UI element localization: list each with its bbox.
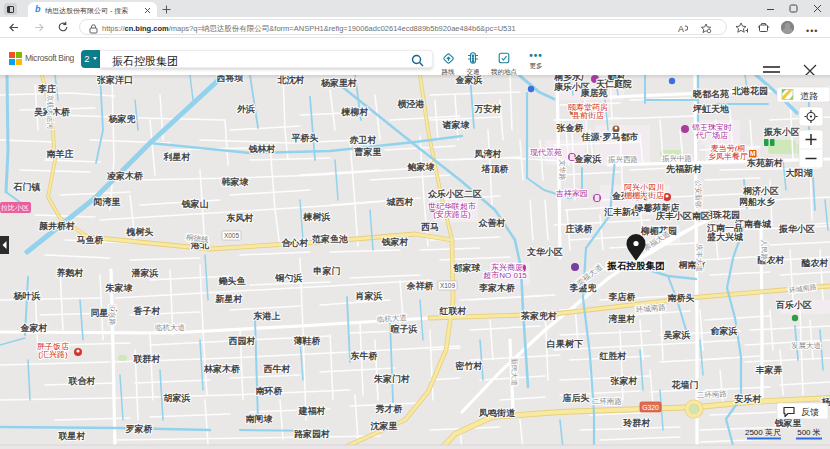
svg-text:玲群村: 玲群村 <box>623 418 651 428</box>
svg-text:楝树浜: 楝树浜 <box>303 212 331 222</box>
svg-text:钱林村: 钱林村 <box>248 144 276 154</box>
svg-text:郁家球: 郁家球 <box>453 263 482 273</box>
svg-text:石门镇: 石门镇 <box>13 182 41 192</box>
svg-text:道路: 道路 <box>800 91 818 101</box>
svg-text:俞家浜: 俞家浜 <box>710 326 738 336</box>
svg-text:X109: X109 <box>440 282 456 289</box>
svg-text:坪虹天地: 坪虹天地 <box>692 104 730 114</box>
svg-text:李家木桥: 李家木桥 <box>478 283 516 293</box>
svg-text:槐树头: 槐树头 <box>126 227 154 237</box>
svg-text:钱家山: 钱家山 <box>181 199 209 209</box>
svg-text:超市NO 015: 超市NO 015 <box>483 271 527 280</box>
svg-text:振兴中路: 振兴中路 <box>662 154 692 163</box>
svg-text:红胜村: 红胜村 <box>599 351 627 361</box>
svg-text:百乐小区: 百乐小区 <box>775 300 812 310</box>
svg-text:李庄: 李庄 <box>37 84 56 94</box>
svg-text:潘家浜: 潘家浜 <box>131 268 159 278</box>
svg-text:马鱼桥: 马鱼桥 <box>77 235 105 245</box>
svg-text:东牛桥: 东牛桥 <box>350 351 379 361</box>
svg-text:薄鞋桥: 薄鞋桥 <box>294 336 322 346</box>
svg-text:公安新邨: 公安新邨 <box>695 180 703 208</box>
svg-text:钱家村: 钱家村 <box>381 237 409 247</box>
svg-text:佳源·罗马都市: 佳源·罗马都市 <box>581 132 639 142</box>
svg-text:新星村: 新星村 <box>215 294 243 304</box>
svg-text:振东小区: 振东小区 <box>763 127 800 137</box>
svg-text:众善村: 众善村 <box>478 217 506 228</box>
svg-text:余祥桥: 余祥桥 <box>406 281 435 291</box>
svg-text:杨叶浜: 杨叶浜 <box>13 291 41 301</box>
svg-text:南闸埭: 南闸埭 <box>246 414 273 424</box>
svg-text:塔顶桥: 塔顶桥 <box>481 164 510 174</box>
svg-text:庄谈桥: 庄谈桥 <box>565 224 594 234</box>
svg-text:张家村: 张家村 <box>610 376 638 386</box>
svg-text:韩家埭: 韩家埭 <box>221 177 249 187</box>
svg-text:联合村: 联合村 <box>68 376 96 386</box>
svg-text:众乐小区二区: 众乐小区二区 <box>427 189 482 199</box>
svg-text:盛大兴城: 盛大兴城 <box>706 232 743 242</box>
svg-text:朱家门村: 朱家门村 <box>373 374 410 384</box>
svg-text:醠农村: 醠农村 <box>802 258 829 268</box>
svg-text:凤湾村: 凤湾村 <box>474 149 502 159</box>
svg-text:振兴西路: 振兴西路 <box>608 155 638 164</box>
svg-text:大阳湖: 大阳湖 <box>786 168 813 178</box>
svg-text:南桥头: 南桥头 <box>668 293 695 303</box>
svg-text:杨家里村: 杨家里村 <box>320 78 357 88</box>
svg-text:临杭大道: 临杭大道 <box>155 323 186 332</box>
svg-text:白果树下: 白果树下 <box>547 339 584 349</box>
svg-text:桐济小区: 桐济小区 <box>742 186 779 196</box>
svg-text:联群村: 联群村 <box>133 354 161 364</box>
svg-text:鲍家埭: 鲍家埭 <box>407 162 435 172</box>
svg-text:庆丰大道: 庆丰大道 <box>696 244 703 272</box>
svg-text:丰家弄: 丰家弄 <box>756 365 783 375</box>
svg-text:康居苑: 康居苑 <box>580 88 608 98</box>
svg-text:花墙门: 花墙门 <box>671 380 699 390</box>
svg-text:铜勺浜: 铜勺浜 <box>275 273 303 283</box>
svg-text:西园村: 西园村 <box>228 336 256 346</box>
svg-text:(安庆路店): (安庆路店) <box>433 210 471 219</box>
svg-text:罗家桥: 罗家桥 <box>125 424 154 434</box>
svg-text:凤鸣街道: 凤鸣街道 <box>478 408 516 418</box>
svg-text:西牛村: 西牛村 <box>263 364 291 374</box>
svg-text:新民大道: 新民大道 <box>511 358 519 386</box>
svg-text:文华路: 文华路 <box>558 160 567 181</box>
svg-text:申家门: 申家门 <box>314 266 341 276</box>
svg-text:西马: 西马 <box>420 222 439 232</box>
svg-text:人民路: 人民路 <box>760 240 768 261</box>
svg-text:东港上: 东港上 <box>253 311 281 321</box>
svg-text:肖家浜: 肖家浜 <box>356 291 383 301</box>
svg-text:城西村: 城西村 <box>386 197 414 207</box>
svg-text:金家村: 金家村 <box>20 323 48 333</box>
svg-text:发展大道: 发展大道 <box>791 341 822 350</box>
svg-text:网船水乡: 网船水乡 <box>739 197 775 207</box>
svg-text:建福村: 建福村 <box>298 406 326 416</box>
svg-text:李店桥: 李店桥 <box>608 292 637 302</box>
svg-text:乡凤半餐厅: 乡凤半餐厅 <box>708 152 748 161</box>
svg-text:天仁庭院: 天仁庭院 <box>595 79 632 89</box>
svg-text:合心村: 合心村 <box>282 238 309 248</box>
svg-text:颜井桥村: 颜井桥村 <box>38 221 75 231</box>
svg-text:南环桥: 南环桥 <box>256 386 284 396</box>
svg-text:平桥头: 平桥头 <box>291 133 319 143</box>
svg-text:楝柳村: 楝柳村 <box>341 107 369 117</box>
svg-text:二环南路: 二环南路 <box>592 397 622 406</box>
svg-text:杨家兜: 杨家兜 <box>108 114 136 124</box>
svg-text:X005: X005 <box>224 232 240 239</box>
svg-text:利星村: 利星村 <box>163 152 191 162</box>
svg-text:暄子浜: 暄子浜 <box>391 324 418 334</box>
svg-text:500 米: 500 米 <box>797 428 821 437</box>
svg-text:二环南路: 二环南路 <box>697 389 727 400</box>
svg-text:现代景苑: 现代景苑 <box>530 148 562 157</box>
svg-text:鳓头鱼: 鳓头鱼 <box>219 276 246 286</box>
svg-text:湾里村: 湾里村 <box>608 314 636 324</box>
svg-text:反馈: 反馈 <box>801 407 819 417</box>
svg-text:东风村: 东风村 <box>226 213 254 223</box>
svg-text:茶家兜村: 茶家兜村 <box>520 311 557 321</box>
svg-text:A: A <box>678 24 684 34</box>
svg-text:庆丰小区南区: 庆丰小区南区 <box>655 211 710 221</box>
svg-text:2500 英尺: 2500 英尺 <box>745 428 781 437</box>
svg-text:横泾港: 横泾港 <box>397 99 426 109</box>
svg-text:振华小区: 振华小区 <box>778 224 815 234</box>
svg-text:振石控股集团: 振石控股集团 <box>607 260 665 271</box>
svg-text:南羊庄: 南羊庄 <box>47 149 74 159</box>
svg-text:安乐村: 安乐村 <box>734 393 762 404</box>
